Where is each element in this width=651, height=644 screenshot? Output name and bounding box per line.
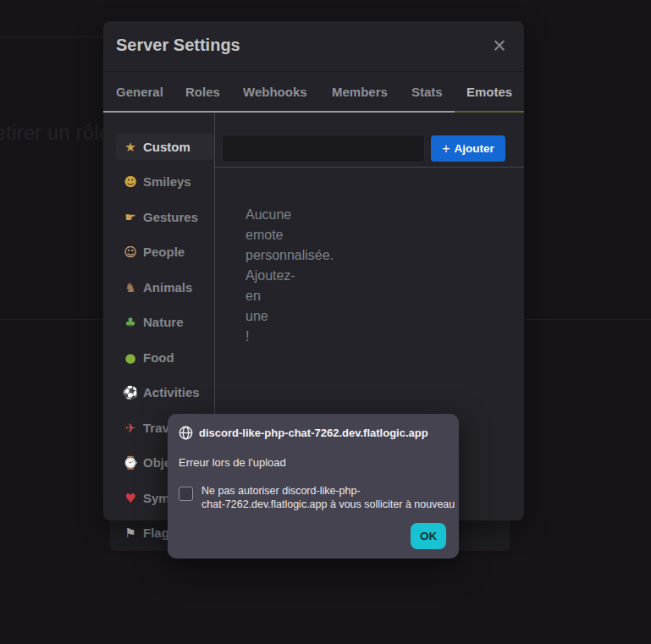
sidebar-item-label: Smileys [143,174,191,189]
sidebar-item-label: Custom [143,140,190,154]
globe-icon [179,426,193,440]
dialog-header: discord-like-php-chat-7262.dev.flatlogic… [179,426,428,440]
tab-members[interactable]: Members [332,85,388,99]
tab-emotes[interactable]: Emotes [466,85,512,99]
sidebar-item-custom[interactable]: ★ Custom [116,134,214,160]
tab-roles[interactable]: Roles [185,85,220,99]
sidebar-item-label: Animals [143,280,192,294]
sidebar-item-nature[interactable]: ♣ Nature [116,309,214,335]
sidebar-item-people[interactable]: ☺ People [116,239,214,265]
background-divider [0,36,103,37]
empty-state-line: Aucune [246,205,356,225]
emote-name-input[interactable] [222,135,425,162]
dont-allow-checkbox-label[interactable]: Ne pas autoriser discord-like-php- chat-… [201,484,455,511]
background-dimmed-text: etirer un rôle. [0,122,116,145]
car-icon: ✈ [120,421,141,436]
empty-state-line: Ajoutez- [246,266,356,286]
checkbox-label-line: chat-7262.dev.flatlogic.app à vous solli… [201,498,455,511]
browser-alert-dialog: discord-like-php-chat-7262.dev.flatlogic… [168,414,459,559]
plant-icon: ♣ [120,315,141,330]
empty-state-line: personnalisée. [246,245,356,266]
person-face-icon: ☺ [120,245,141,260]
active-tab-underline [455,111,524,113]
settings-tabbar: General Roles Webhooks Members Stats Emo… [103,73,524,113]
tabbar-underline [103,111,455,113]
dialog-message: Erreur lors de l'upload [179,456,286,469]
sidebar-item-smileys[interactable]: ☻ Smileys [116,168,214,195]
sidebar-item-label: People [143,245,185,259]
sidebar-item-label: Gestures [143,210,198,224]
checkbox-label-line: Ne pas autoriser discord-like-php- [201,484,455,498]
dont-allow-checkbox[interactable] [179,487,193,501]
empty-state-message: Aucune emote personnalisée. Ajoutez- en … [246,205,356,347]
content-divider [214,167,524,168]
sidebar-item-label: Activities [143,385,200,399]
hand-gesture-icon: ☛ [120,210,141,225]
smiley-icon: ☻ [120,174,141,190]
sidebar-item-label: Nature [143,315,184,329]
background-divider [0,319,103,320]
sidebar-item-gestures[interactable]: ☛ Gestures [116,204,214,230]
flag-icon: ⚑ [120,526,141,541]
empty-state-line: une [246,306,356,327]
add-emote-button-label: Ajouter [455,142,494,155]
tab-webhooks[interactable]: Webhooks [243,85,307,99]
tab-general[interactable]: General [116,85,163,99]
background-divider [524,319,651,320]
sidebar-item-animals[interactable]: ♞ Animals [116,274,214,300]
sidebar-item-label: Food [143,350,174,365]
animal-icon: ♞ [120,280,141,295]
ok-button[interactable]: OK [411,523,446,549]
heart-icon: ♥ [120,491,141,506]
soccer-ball-icon: ⚽ [120,385,141,400]
modal-title: Server Settings [116,36,240,55]
close-icon[interactable]: × [486,31,513,60]
sidebar-item-food[interactable]: ● Food [116,344,214,371]
watch-icon: ⌚ [120,455,141,471]
dialog-site-domain: discord-like-php-chat-7262.dev.flatlogic… [199,427,428,439]
modal-header: Server Settings × [103,21,524,72]
star-icon: ★ [120,140,141,155]
sidebar-item-activities[interactable]: ⚽ Activities [116,379,214,405]
tab-stats[interactable]: Stats [411,85,443,99]
empty-state-line: emote [246,225,356,245]
empty-state-line: en [246,286,356,306]
plus-icon: + [442,142,450,156]
empty-state-line: ! [246,327,356,347]
apple-icon: ● [120,350,141,366]
page: etirer un rôle. Server Settings × Genera… [0,0,651,644]
add-emote-button[interactable]: + Ajouter [431,135,505,162]
